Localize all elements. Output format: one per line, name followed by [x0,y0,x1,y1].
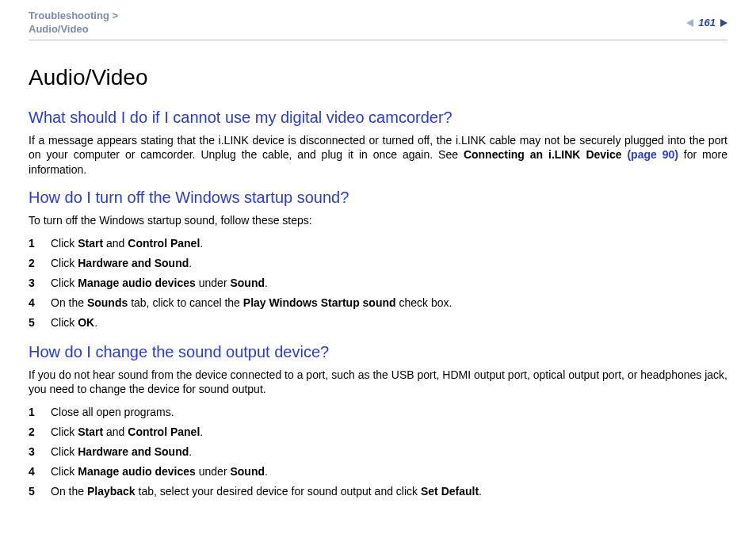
next-page-icon[interactable] [720,19,727,27]
list-item: Click Hardware and Sound. [29,444,727,460]
list-item: Click Manage audio devices under Sound. [29,464,727,479]
q1-link-bold: Connecting an i.LINK Device [464,148,628,161]
page-title: Audio/Video [29,63,727,93]
q1-heading: What should I do if I cannot use my digi… [29,107,727,128]
breadcrumb-line2: Audio/Video [29,23,89,35]
list-item: Click Start and Control Panel. [29,236,727,251]
page-nav: 161 [686,10,727,30]
page-number: 161 [698,16,716,30]
list-item: Click Hardware and Sound. [29,256,727,271]
q3-steps: Close all open programs. Click Start and… [29,405,727,498]
q1-page-link[interactable]: (page 90) [627,148,678,161]
prev-page-icon[interactable] [686,19,693,27]
q3-heading: How do I change the sound output device? [29,341,727,363]
list-item: On the Playback tab, select your desired… [29,484,727,499]
header: Troubleshooting > Audio/Video 161 [29,10,727,36]
list-item: Click Start and Control Panel. [29,425,727,440]
q2-steps: Click Start and Control Panel. Click Har… [29,236,727,330]
q1-paragraph: If a message appears stating that the i.… [29,133,727,178]
page: Troubleshooting > Audio/Video 161 Audio/… [0,0,756,534]
header-rule [29,40,727,40]
q2-intro: To turn off the Windows startup sound, f… [29,213,727,228]
list-item: Click OK. [29,315,727,330]
list-item: On the Sounds tab, click to cancel the P… [29,296,727,311]
list-item: Close all open programs. [29,405,727,420]
q2-heading: How do I turn off the Windows startup so… [29,187,727,208]
breadcrumb: Troubleshooting > Audio/Video [29,10,118,36]
breadcrumb-line1: Troubleshooting > [29,10,118,21]
q3-intro: If you do not hear sound from the device… [29,368,727,398]
list-item: Click Manage audio devices under Sound. [29,276,727,291]
